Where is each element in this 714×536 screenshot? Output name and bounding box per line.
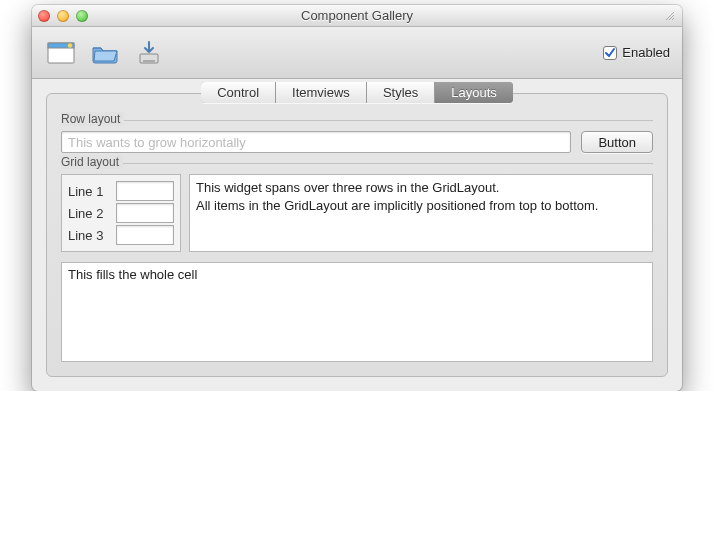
grid-lines-box: Line 1 Line 2 Line 3 — [61, 174, 181, 252]
content-area: Control Itemviews Styles Layouts Row lay… — [32, 79, 682, 391]
grid-line-row: Line 1 — [68, 181, 174, 201]
row-layout-input[interactable] — [61, 131, 571, 153]
tab-bar: Control Itemviews Styles Layouts — [47, 93, 667, 114]
window-title: Component Gallery — [32, 8, 682, 23]
line2-input[interactable] — [116, 203, 174, 223]
grid-layout-label: Grid layout — [61, 155, 123, 169]
tab-control[interactable]: Control — [201, 82, 276, 103]
enabled-label: Enabled — [622, 45, 670, 60]
titlebar: Component Gallery — [32, 5, 682, 27]
main-panel: Control Itemviews Styles Layouts Row lay… — [46, 93, 668, 377]
tab-itemviews[interactable]: Itemviews — [276, 82, 367, 103]
tab-styles[interactable]: Styles — [367, 82, 435, 103]
fill-cell-text: This fills the whole cell — [61, 262, 653, 362]
line-label: Line 3 — [68, 228, 110, 243]
line3-input[interactable] — [116, 225, 174, 245]
open-folder-icon[interactable] — [88, 36, 122, 70]
line-label: Line 1 — [68, 184, 110, 199]
row-layout-group: Row layout Button — [61, 120, 653, 153]
window-controls — [38, 10, 88, 22]
enabled-checkbox[interactable]: Enabled — [603, 45, 670, 60]
tab-layouts[interactable]: Layouts — [435, 82, 513, 103]
zoom-icon[interactable] — [76, 10, 88, 22]
new-window-icon[interactable] — [44, 36, 78, 70]
close-icon[interactable] — [38, 10, 50, 22]
row-layout-button[interactable]: Button — [581, 131, 653, 153]
minimize-icon[interactable] — [57, 10, 69, 22]
grid-line-row: Line 2 — [68, 203, 174, 223]
svg-rect-4 — [143, 60, 155, 62]
svg-point-2 — [68, 43, 72, 47]
resize-icon[interactable] — [664, 10, 676, 22]
row-layout-label: Row layout — [61, 112, 124, 126]
line-label: Line 2 — [68, 206, 110, 221]
check-icon — [603, 46, 617, 60]
grid-layout-group: Grid layout Line 1 Line 2 Line 3 — [61, 163, 653, 252]
grid-line-row: Line 3 — [68, 225, 174, 245]
line1-input[interactable] — [116, 181, 174, 201]
window: Component Gallery — [32, 5, 682, 391]
toolbar: Enabled — [32, 27, 682, 79]
save-disk-icon[interactable] — [132, 36, 166, 70]
grid-span-text: This widget spans over three rows in the… — [189, 174, 653, 252]
